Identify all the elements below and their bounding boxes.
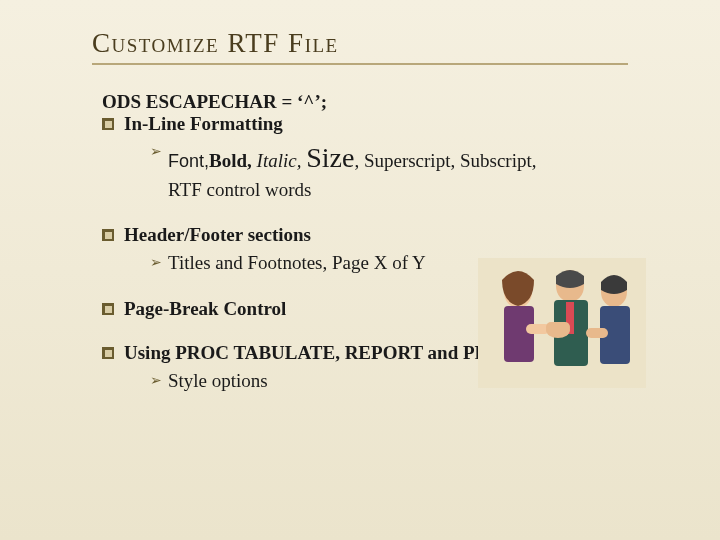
square-bullet-icon bbox=[102, 118, 114, 130]
word-bold: Bold, bbox=[209, 150, 252, 171]
sub-inline-formatting: ➢ Font,Bold, Italic, Size, Superscript, … bbox=[102, 139, 628, 202]
bullet-label: Header/Footer sections bbox=[124, 224, 628, 246]
svg-rect-10 bbox=[586, 328, 608, 338]
escapechar-line: ODS ESCAPECHAR = ‘^’; bbox=[102, 91, 628, 113]
word-rest: , Superscript, Subscript, bbox=[354, 150, 536, 171]
slide: Customize RTF File ODS ESCAPECHAR = ‘^’;… bbox=[0, 0, 720, 540]
svg-rect-2 bbox=[504, 306, 534, 362]
square-bullet-icon bbox=[102, 347, 114, 359]
arrow-bullet-icon: ➢ bbox=[150, 254, 162, 271]
word-size: Size bbox=[306, 142, 354, 173]
arrow-bullet-icon: ➢ bbox=[150, 372, 162, 389]
slide-title: Customize RTF File bbox=[92, 28, 628, 59]
sub-text: Style options bbox=[168, 368, 268, 394]
word-italic: Italic, bbox=[257, 150, 302, 171]
arrow-bullet-icon: ➢ bbox=[150, 143, 162, 160]
word-rtf: RTF control words bbox=[168, 179, 311, 200]
word-font: Font, bbox=[168, 151, 209, 171]
bullet-label: In-Line Formatting bbox=[124, 113, 628, 135]
square-bullet-icon bbox=[102, 229, 114, 241]
svg-point-11 bbox=[546, 322, 570, 338]
bullet-header-footer: Header/Footer sections bbox=[102, 224, 628, 246]
sub-text: Titles and Footnotes, Page X of Y bbox=[168, 250, 426, 276]
title-underline bbox=[92, 63, 628, 65]
bullet-inline-formatting: In-Line Formatting bbox=[102, 113, 628, 135]
inline-format-text: Font,Bold, Italic, Size, Superscript, Su… bbox=[168, 139, 536, 202]
handshake-clipart-icon bbox=[478, 258, 646, 388]
square-bullet-icon bbox=[102, 303, 114, 315]
